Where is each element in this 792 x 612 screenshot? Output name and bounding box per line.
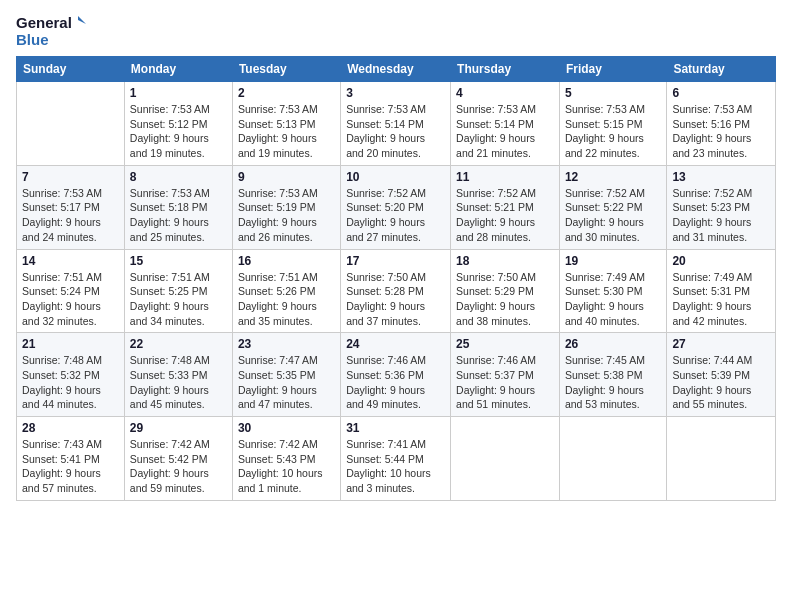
- header-monday: Monday: [124, 57, 232, 82]
- cell-3-3: 24Sunrise: 7:46 AMSunset: 5:36 PMDayligh…: [341, 333, 451, 417]
- day-info: Sunrise: 7:52 AMSunset: 5:21 PMDaylight:…: [456, 186, 554, 245]
- day-info: Sunrise: 7:50 AMSunset: 5:28 PMDaylight:…: [346, 270, 445, 329]
- cell-2-4: 18Sunrise: 7:50 AMSunset: 5:29 PMDayligh…: [451, 249, 560, 333]
- header-thursday: Thursday: [451, 57, 560, 82]
- calendar-header-row: SundayMondayTuesdayWednesdayThursdayFrid…: [17, 57, 776, 82]
- day-info: Sunrise: 7:50 AMSunset: 5:29 PMDaylight:…: [456, 270, 554, 329]
- day-number: 16: [238, 254, 335, 268]
- cell-0-6: 6Sunrise: 7:53 AMSunset: 5:16 PMDaylight…: [667, 82, 776, 166]
- day-info: Sunrise: 7:46 AMSunset: 5:36 PMDaylight:…: [346, 353, 445, 412]
- cell-2-0: 14Sunrise: 7:51 AMSunset: 5:24 PMDayligh…: [17, 249, 125, 333]
- cell-3-2: 23Sunrise: 7:47 AMSunset: 5:35 PMDayligh…: [232, 333, 340, 417]
- day-info: Sunrise: 7:47 AMSunset: 5:35 PMDaylight:…: [238, 353, 335, 412]
- day-info: Sunrise: 7:52 AMSunset: 5:20 PMDaylight:…: [346, 186, 445, 245]
- svg-text:General: General: [16, 14, 72, 31]
- day-info: Sunrise: 7:48 AMSunset: 5:32 PMDaylight:…: [22, 353, 119, 412]
- header-saturday: Saturday: [667, 57, 776, 82]
- day-number: 26: [565, 337, 661, 351]
- day-info: Sunrise: 7:46 AMSunset: 5:37 PMDaylight:…: [456, 353, 554, 412]
- day-info: Sunrise: 7:53 AMSunset: 5:14 PMDaylight:…: [346, 102, 445, 161]
- cell-3-0: 21Sunrise: 7:48 AMSunset: 5:32 PMDayligh…: [17, 333, 125, 417]
- day-info: Sunrise: 7:52 AMSunset: 5:23 PMDaylight:…: [672, 186, 770, 245]
- cell-1-5: 12Sunrise: 7:52 AMSunset: 5:22 PMDayligh…: [559, 165, 666, 249]
- cell-3-6: 27Sunrise: 7:44 AMSunset: 5:39 PMDayligh…: [667, 333, 776, 417]
- cell-1-2: 9Sunrise: 7:53 AMSunset: 5:19 PMDaylight…: [232, 165, 340, 249]
- day-number: 6: [672, 86, 770, 100]
- day-info: Sunrise: 7:53 AMSunset: 5:17 PMDaylight:…: [22, 186, 119, 245]
- day-number: 28: [22, 421, 119, 435]
- week-row-4: 21Sunrise: 7:48 AMSunset: 5:32 PMDayligh…: [17, 333, 776, 417]
- cell-2-6: 20Sunrise: 7:49 AMSunset: 5:31 PMDayligh…: [667, 249, 776, 333]
- day-info: Sunrise: 7:51 AMSunset: 5:24 PMDaylight:…: [22, 270, 119, 329]
- day-number: 31: [346, 421, 445, 435]
- week-row-1: 1Sunrise: 7:53 AMSunset: 5:12 PMDaylight…: [17, 82, 776, 166]
- week-row-5: 28Sunrise: 7:43 AMSunset: 5:41 PMDayligh…: [17, 417, 776, 501]
- day-info: Sunrise: 7:42 AMSunset: 5:42 PMDaylight:…: [130, 437, 227, 496]
- header-friday: Friday: [559, 57, 666, 82]
- day-number: 14: [22, 254, 119, 268]
- day-info: Sunrise: 7:48 AMSunset: 5:33 PMDaylight:…: [130, 353, 227, 412]
- calendar-table: SundayMondayTuesdayWednesdayThursdayFrid…: [16, 56, 776, 501]
- cell-0-3: 3Sunrise: 7:53 AMSunset: 5:14 PMDaylight…: [341, 82, 451, 166]
- day-number: 22: [130, 337, 227, 351]
- day-number: 20: [672, 254, 770, 268]
- cell-1-1: 8Sunrise: 7:53 AMSunset: 5:18 PMDaylight…: [124, 165, 232, 249]
- cell-2-5: 19Sunrise: 7:49 AMSunset: 5:30 PMDayligh…: [559, 249, 666, 333]
- day-number: 18: [456, 254, 554, 268]
- logo-svg: General Blue: [16, 10, 86, 50]
- cell-0-5: 5Sunrise: 7:53 AMSunset: 5:15 PMDaylight…: [559, 82, 666, 166]
- header-wednesday: Wednesday: [341, 57, 451, 82]
- day-number: 9: [238, 170, 335, 184]
- cell-4-5: [559, 417, 666, 501]
- day-number: 8: [130, 170, 227, 184]
- day-number: 29: [130, 421, 227, 435]
- day-number: 17: [346, 254, 445, 268]
- svg-marker-2: [78, 16, 86, 24]
- day-number: 21: [22, 337, 119, 351]
- cell-4-4: [451, 417, 560, 501]
- day-number: 11: [456, 170, 554, 184]
- cell-3-5: 26Sunrise: 7:45 AMSunset: 5:38 PMDayligh…: [559, 333, 666, 417]
- cell-4-3: 31Sunrise: 7:41 AMSunset: 5:44 PMDayligh…: [341, 417, 451, 501]
- cell-2-2: 16Sunrise: 7:51 AMSunset: 5:26 PMDayligh…: [232, 249, 340, 333]
- day-info: Sunrise: 7:53 AMSunset: 5:12 PMDaylight:…: [130, 102, 227, 161]
- day-info: Sunrise: 7:53 AMSunset: 5:15 PMDaylight:…: [565, 102, 661, 161]
- day-info: Sunrise: 7:51 AMSunset: 5:26 PMDaylight:…: [238, 270, 335, 329]
- day-number: 30: [238, 421, 335, 435]
- day-number: 23: [238, 337, 335, 351]
- day-info: Sunrise: 7:53 AMSunset: 5:18 PMDaylight:…: [130, 186, 227, 245]
- day-number: 24: [346, 337, 445, 351]
- day-number: 13: [672, 170, 770, 184]
- day-info: Sunrise: 7:52 AMSunset: 5:22 PMDaylight:…: [565, 186, 661, 245]
- cell-2-1: 15Sunrise: 7:51 AMSunset: 5:25 PMDayligh…: [124, 249, 232, 333]
- cell-1-6: 13Sunrise: 7:52 AMSunset: 5:23 PMDayligh…: [667, 165, 776, 249]
- day-info: Sunrise: 7:45 AMSunset: 5:38 PMDaylight:…: [565, 353, 661, 412]
- day-info: Sunrise: 7:53 AMSunset: 5:19 PMDaylight:…: [238, 186, 335, 245]
- page: General Blue SundayMondayTuesdayWednesda…: [0, 0, 792, 612]
- day-info: Sunrise: 7:53 AMSunset: 5:16 PMDaylight:…: [672, 102, 770, 161]
- cell-4-6: [667, 417, 776, 501]
- calendar-body: 1Sunrise: 7:53 AMSunset: 5:12 PMDaylight…: [17, 82, 776, 501]
- cell-0-1: 1Sunrise: 7:53 AMSunset: 5:12 PMDaylight…: [124, 82, 232, 166]
- day-number: 12: [565, 170, 661, 184]
- day-number: 2: [238, 86, 335, 100]
- cell-3-1: 22Sunrise: 7:48 AMSunset: 5:33 PMDayligh…: [124, 333, 232, 417]
- day-info: Sunrise: 7:49 AMSunset: 5:31 PMDaylight:…: [672, 270, 770, 329]
- week-row-2: 7Sunrise: 7:53 AMSunset: 5:17 PMDaylight…: [17, 165, 776, 249]
- header: General Blue: [16, 10, 776, 50]
- day-info: Sunrise: 7:41 AMSunset: 5:44 PMDaylight:…: [346, 437, 445, 496]
- cell-3-4: 25Sunrise: 7:46 AMSunset: 5:37 PMDayligh…: [451, 333, 560, 417]
- day-info: Sunrise: 7:42 AMSunset: 5:43 PMDaylight:…: [238, 437, 335, 496]
- day-info: Sunrise: 7:53 AMSunset: 5:13 PMDaylight:…: [238, 102, 335, 161]
- logo: General Blue: [16, 10, 86, 50]
- header-tuesday: Tuesday: [232, 57, 340, 82]
- svg-text:Blue: Blue: [16, 31, 49, 48]
- header-sunday: Sunday: [17, 57, 125, 82]
- day-number: 27: [672, 337, 770, 351]
- day-number: 1: [130, 86, 227, 100]
- cell-1-4: 11Sunrise: 7:52 AMSunset: 5:21 PMDayligh…: [451, 165, 560, 249]
- cell-0-0: [17, 82, 125, 166]
- day-number: 19: [565, 254, 661, 268]
- week-row-3: 14Sunrise: 7:51 AMSunset: 5:24 PMDayligh…: [17, 249, 776, 333]
- cell-0-4: 4Sunrise: 7:53 AMSunset: 5:14 PMDaylight…: [451, 82, 560, 166]
